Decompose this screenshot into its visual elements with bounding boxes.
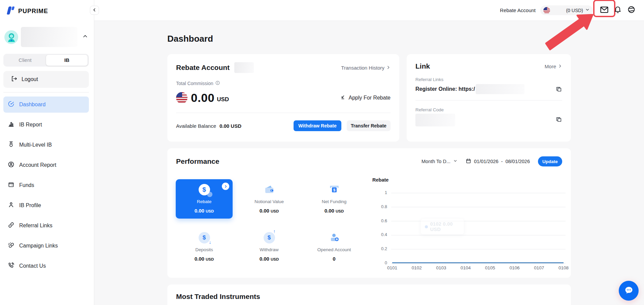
metric-unit: USD bbox=[336, 209, 344, 213]
account-selector[interactable]: (0 USD) bbox=[540, 5, 593, 15]
series-dot-icon bbox=[425, 225, 428, 228]
sidebar-item-ib-profile[interactable]: IB Profile bbox=[3, 197, 89, 214]
rebate-card-title: Rebate Account bbox=[176, 64, 230, 72]
chart-tooltip: 0102 0.00 USD bbox=[421, 219, 464, 234]
dollar-down-icon: $↓ bbox=[198, 232, 210, 244]
update-button[interactable]: Update bbox=[538, 156, 562, 166]
metric-unit: USD bbox=[271, 209, 279, 213]
wallet-icon bbox=[8, 181, 14, 189]
sidebar-menu: Dashboard IB Report Multi-Level IB Accou… bbox=[3, 97, 89, 274]
language-button[interactable] bbox=[624, 4, 638, 17]
chevron-right-icon bbox=[558, 64, 562, 69]
brand-name: PUPRIME bbox=[18, 8, 48, 15]
live-chat-button[interactable] bbox=[619, 281, 639, 301]
sidebar-item-label: Referral Links bbox=[19, 223, 53, 229]
chevron-right-circle-icon bbox=[222, 183, 229, 190]
sidebar-item-label: Dashboard bbox=[19, 102, 45, 108]
redacted-account-number bbox=[234, 62, 254, 73]
chevron-left-icon bbox=[92, 7, 97, 13]
metric-tile-rebate[interactable]: $ Rebate 0.00 USD bbox=[176, 179, 233, 219]
sidebar-item-ib-report[interactable]: IB Report bbox=[3, 117, 89, 133]
most-traded-card: Most Traded Instruments bbox=[167, 284, 571, 305]
sidebar-item-campaign-links[interactable]: Campaign Links bbox=[3, 238, 89, 254]
sidebar-item-funds[interactable]: Funds bbox=[3, 177, 89, 193]
chevron-up-icon[interactable] bbox=[82, 34, 88, 40]
redacted-referral-code bbox=[415, 114, 455, 126]
total-commission-currency: USD bbox=[217, 96, 229, 103]
sidebar-item-referral-links[interactable]: Referral Links bbox=[3, 218, 89, 234]
copy-referral-link-button[interactable] bbox=[555, 86, 562, 92]
bell-icon bbox=[614, 6, 622, 15]
rebate-chart: Rebate 00.20.40.60.81 010101020103010401… bbox=[368, 176, 570, 277]
client-ib-toggle: Client IB bbox=[3, 54, 89, 67]
sidebar-item-label: Funds bbox=[19, 182, 34, 188]
logout-label: Logout bbox=[22, 76, 38, 82]
date-range-picker[interactable]: 01/01/2026 - 08/01/2026 bbox=[466, 158, 530, 165]
date-range-select[interactable]: Month To D... bbox=[421, 159, 457, 164]
sidebar-item-contact-us[interactable]: Contact Us bbox=[3, 258, 89, 274]
metric-label: Withdraw bbox=[260, 247, 278, 252]
performance-chart-svg bbox=[368, 176, 570, 277]
calendar-icon bbox=[466, 158, 471, 165]
user-circle-icon bbox=[8, 161, 14, 169]
sidebar-item-label: Account Report bbox=[19, 162, 56, 168]
notifications-button[interactable] bbox=[611, 4, 624, 17]
metric-tile-deposits[interactable]: $↓ Deposits 0.00 USD bbox=[176, 227, 233, 267]
copy-referral-code-button[interactable] bbox=[555, 116, 562, 123]
link-card: Link More Referral Links Register Online… bbox=[407, 54, 571, 142]
most-traded-title: Most Traded Instruments bbox=[176, 293, 260, 300]
medal-icon bbox=[8, 141, 14, 149]
globe-icon bbox=[627, 5, 636, 15]
rebate-account-card: Rebate Account Transaction History Total… bbox=[167, 54, 399, 142]
link-icon bbox=[8, 222, 14, 230]
toggle-ib[interactable]: IB bbox=[46, 54, 88, 66]
metric-tile-opened-account[interactable]: Opened Account 0 bbox=[306, 227, 363, 267]
total-commission-label: Total Commission bbox=[176, 81, 213, 86]
metric-label: Net Funding bbox=[322, 199, 347, 204]
metric-tile-net-funding[interactable]: $ Net Funding 0.00 USD bbox=[306, 179, 363, 219]
transfer-rebate-button[interactable]: Transfer Rebate bbox=[347, 120, 391, 131]
date-separator: - bbox=[501, 159, 503, 164]
date-from: 01/01/2026 bbox=[474, 159, 499, 164]
sidebar-item-multi-level-ib[interactable]: Multi-Level IB bbox=[3, 137, 89, 153]
logout-button[interactable]: Logout bbox=[3, 71, 89, 88]
toggle-client[interactable]: Client bbox=[4, 55, 46, 66]
profile-summary[interactable] bbox=[4, 27, 91, 47]
sidebar-collapse-button[interactable] bbox=[90, 6, 99, 15]
svg-text:$: $ bbox=[333, 188, 335, 192]
available-balance-value: 0.00 USD bbox=[219, 123, 241, 129]
chevron-right-icon bbox=[386, 65, 391, 71]
sidebar-item-label: IB Profile bbox=[19, 202, 41, 208]
card-divider bbox=[415, 100, 562, 101]
register-online-link: Register Online: https:/ bbox=[415, 86, 475, 92]
topbar: Rebate Account (0 USD) bbox=[94, 0, 644, 21]
info-icon[interactable] bbox=[215, 80, 220, 86]
rebate-coin-icon: $ bbox=[198, 184, 210, 196]
metric-label: Opened Account bbox=[317, 247, 351, 252]
metric-tile-notional-value[interactable]: Notional Value 0.00 USD bbox=[241, 179, 298, 219]
person-icon bbox=[8, 201, 14, 209]
us-flag-icon bbox=[176, 92, 188, 104]
transaction-history-link[interactable]: Transaction History bbox=[341, 65, 391, 71]
referral-links-label: Referral Links bbox=[415, 77, 562, 82]
tooltip-text: 0102 0.00 USD bbox=[430, 221, 464, 232]
performance-title: Performance bbox=[176, 157, 219, 165]
sidebar-item-account-report[interactable]: Account Report bbox=[3, 157, 89, 173]
sidebar-divider bbox=[3, 92, 89, 92]
redacted-username bbox=[21, 27, 77, 47]
mail-button[interactable] bbox=[598, 4, 611, 17]
sidebar-item-label: Multi-Level IB bbox=[19, 142, 52, 148]
metric-value: 0.00 bbox=[325, 208, 334, 214]
metric-label: Notional Value bbox=[255, 199, 284, 204]
withdraw-rebate-button[interactable]: Withdraw Rebate bbox=[294, 120, 341, 131]
mail-icon bbox=[600, 5, 609, 16]
date-to: 08/01/2026 bbox=[505, 159, 530, 164]
sidebar-item-dashboard[interactable]: Dashboard bbox=[3, 97, 89, 113]
main-content: Dashboard Rebate Account Transaction His… bbox=[94, 21, 644, 305]
range-label: Month To D... bbox=[421, 159, 450, 164]
rebate-account-label: Rebate Account bbox=[500, 7, 536, 13]
sidebar-item-label: Contact Us bbox=[19, 263, 46, 269]
more-link[interactable]: More bbox=[545, 64, 562, 69]
apply-for-rebate-link[interactable]: Apply For Rebate bbox=[340, 94, 391, 102]
metric-tile-withdraw[interactable]: $↑ Withdraw 0.00 USD bbox=[241, 227, 298, 267]
